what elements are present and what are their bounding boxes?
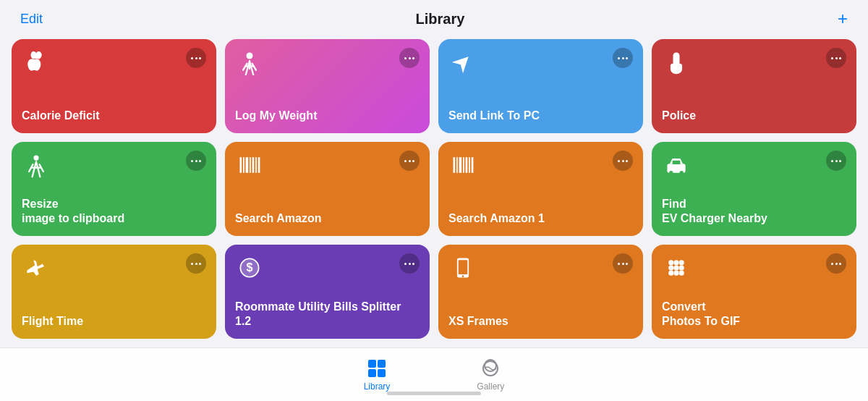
- more-button[interactable]: [186, 151, 206, 171]
- card-label: XS Frames: [448, 314, 633, 329]
- svg-rect-11: [250, 157, 251, 173]
- svg-rect-16: [456, 157, 458, 173]
- card-top: [235, 151, 420, 180]
- nav-library[interactable]: Library: [320, 358, 434, 392]
- svg-point-0: [247, 53, 253, 59]
- svg-point-34: [679, 260, 684, 265]
- card-xs-frames[interactable]: XS Frames: [438, 245, 643, 339]
- grid-icon: [662, 253, 691, 282]
- dollar-icon: $: [235, 253, 264, 282]
- more-button[interactable]: [613, 253, 633, 274]
- svg-rect-10: [246, 157, 249, 173]
- nav-gallery[interactable]: Gallery: [433, 358, 548, 392]
- svg-text:$: $: [246, 261, 252, 274]
- arrow-icon: [448, 48, 477, 77]
- page-title: Library: [416, 11, 465, 28]
- svg-point-37: [679, 265, 684, 270]
- svg-point-38: [668, 271, 673, 276]
- svg-rect-15: [454, 157, 456, 173]
- svg-point-32: [668, 260, 673, 265]
- svg-point-31: [462, 275, 464, 277]
- svg-rect-12: [252, 157, 255, 173]
- svg-point-39: [673, 271, 678, 276]
- library-label: Library: [364, 381, 391, 392]
- svg-rect-9: [243, 157, 244, 173]
- more-button[interactable]: [186, 48, 206, 68]
- card-top: [448, 253, 633, 282]
- card-label: Resizeimage to clipboard: [22, 197, 206, 226]
- svg-point-36: [673, 265, 678, 270]
- gallery-icon: [480, 358, 501, 379]
- svg-rect-25: [673, 161, 681, 164]
- more-button[interactable]: [613, 48, 633, 68]
- svg-rect-21: [472, 157, 474, 173]
- more-button[interactable]: [399, 48, 420, 68]
- card-top: [235, 48, 420, 77]
- add-button[interactable]: +: [838, 10, 848, 28]
- card-search-amazon-1[interactable]: Search Amazon 1: [438, 142, 643, 236]
- card-log-my-weight[interactable]: Log My Weight: [225, 39, 430, 133]
- card-top: [662, 151, 846, 180]
- card-find-ev-charger[interactable]: FindEV Charger Nearby: [652, 142, 856, 236]
- card-top: [662, 48, 846, 77]
- edit-button[interactable]: Edit: [20, 12, 43, 27]
- card-label: Roommate Utility Bills Splitter 1.2: [235, 300, 420, 329]
- person-icon: [235, 48, 264, 77]
- svg-point-40: [679, 271, 684, 276]
- more-button[interactable]: [613, 151, 633, 171]
- svg-rect-8: [240, 157, 242, 173]
- card-convert-photos[interactable]: ConvertPhotos To GIF: [652, 245, 856, 339]
- more-button[interactable]: [826, 151, 846, 171]
- svg-point-24: [680, 171, 684, 174]
- card-label: Log My Weight: [235, 109, 420, 123]
- card-search-amazon[interactable]: Search Amazon: [225, 142, 430, 236]
- shortcuts-grid: Calorie Deficit Log My Weight: [0, 35, 868, 346]
- svg-rect-17: [459, 157, 462, 173]
- svg-rect-41: [368, 360, 376, 368]
- gallery-label: Gallery: [477, 381, 504, 392]
- card-label: Calorie Deficit: [22, 109, 206, 123]
- card-flight-time[interactable]: Flight Time: [12, 245, 216, 339]
- more-button[interactable]: [826, 253, 846, 274]
- svg-rect-43: [368, 369, 376, 377]
- svg-rect-18: [463, 157, 464, 173]
- barcode-icon: [448, 151, 477, 180]
- card-top: [662, 253, 846, 282]
- barcode-icon: [235, 151, 264, 180]
- card-top: [448, 48, 633, 77]
- more-button[interactable]: [186, 253, 206, 274]
- card-top: [22, 151, 206, 180]
- resize-icon: [22, 151, 51, 180]
- svg-rect-14: [258, 157, 260, 173]
- card-send-link-to-pc[interactable]: Send Link To PC: [438, 39, 643, 133]
- svg-marker-3: [452, 51, 475, 74]
- card-roommate-utility[interactable]: $ Roommate Utility Bills Splitter 1.2: [225, 245, 430, 339]
- card-resize-image[interactable]: Resizeimage to clipboard: [12, 142, 216, 236]
- svg-rect-13: [255, 157, 257, 173]
- card-label: Send Link To PC: [448, 109, 633, 123]
- svg-rect-30: [459, 260, 468, 274]
- hand-icon: [662, 48, 691, 77]
- card-label: Search Amazon 1: [448, 211, 633, 226]
- svg-point-33: [673, 260, 678, 265]
- library-icon: [367, 358, 387, 379]
- card-label: Search Amazon: [235, 211, 420, 226]
- card-police[interactable]: Police: [652, 39, 856, 133]
- more-button[interactable]: [399, 151, 420, 171]
- svg-rect-19: [466, 157, 468, 173]
- card-top: [448, 151, 633, 180]
- svg-point-23: [669, 171, 673, 174]
- card-top: [22, 48, 206, 77]
- card-top: [22, 253, 206, 282]
- card-top: $: [235, 253, 420, 282]
- phone-icon: [448, 253, 477, 282]
- card-calorie-deficit[interactable]: Calorie Deficit: [12, 39, 216, 133]
- card-label: ConvertPhotos To GIF: [662, 300, 846, 329]
- svg-point-35: [668, 265, 673, 270]
- card-label: Police: [662, 109, 846, 123]
- more-button[interactable]: [399, 253, 420, 274]
- svg-point-5: [33, 156, 38, 161]
- svg-rect-42: [378, 360, 386, 368]
- svg-rect-20: [469, 157, 470, 173]
- more-button[interactable]: [826, 48, 846, 68]
